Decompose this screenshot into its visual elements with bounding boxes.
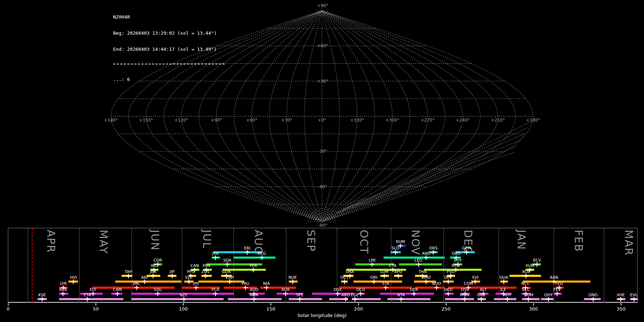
x-tick-label: 0 — [7, 306, 10, 312]
shower-peak-marker — [243, 286, 248, 290]
shower-bar-ARI — [115, 280, 181, 283]
shower-peak-marker — [555, 292, 560, 296]
shower-bar-SPE — [289, 298, 322, 300]
shower-label-NTA: NTA — [397, 293, 405, 297]
shower-label-EHY: EHY — [454, 258, 462, 263]
x-tick-label: 350 — [616, 306, 625, 312]
shower-peak-marker — [434, 286, 439, 290]
shower-label-XVI: XVI — [472, 275, 478, 280]
longitude-label: +180° — [104, 118, 118, 123]
shower-label-TAH: TAH — [125, 270, 132, 274]
shower-label-DPC: DPC — [444, 275, 452, 280]
shower-bar-NOO — [415, 287, 445, 289]
shower-label-XHE: XHE — [617, 293, 625, 297]
shower-label-FED: FED — [555, 282, 563, 286]
shower-label-DAD: DAD — [452, 252, 460, 256]
shower-peak-marker — [446, 279, 450, 284]
shower-label-THA: THA — [419, 270, 427, 274]
shower-label-RPU: RPU — [394, 270, 402, 274]
x-tick — [96, 303, 96, 306]
shower-peak-marker — [203, 274, 208, 278]
shower-label-LUM: LUM — [380, 270, 389, 274]
shower-peak-marker — [523, 274, 528, 278]
shower-label-AHY: AHY — [503, 293, 512, 297]
longitude-label: +270° — [421, 118, 435, 123]
shower-label-SPE: SPE — [296, 293, 304, 297]
sky-map: +180°+150°+120°+90°+60°+30°+0°+330°+300°… — [0, 0, 644, 229]
shower-label-GDR: GDR — [222, 270, 231, 274]
shower-bar-OER — [380, 293, 434, 295]
shower-bar-ETA — [59, 298, 123, 300]
shower-peak-marker — [535, 262, 539, 267]
shower-label-SCC: SCC — [522, 288, 530, 292]
shower-label-ZCS: ZCS — [201, 270, 209, 274]
shower-peak-marker — [370, 262, 374, 267]
shower-label-COR: COR — [153, 258, 162, 263]
month-gridline — [233, 228, 234, 303]
x-tick-label: 300 — [529, 306, 538, 312]
shower-bar-NTA — [387, 298, 430, 300]
shower-label-ECV: ECV — [533, 258, 541, 263]
shower-label-SDA: SDA — [223, 258, 231, 263]
shower-peak-marker — [424, 255, 429, 260]
latitude-label: -90° — [318, 223, 327, 228]
shower-peak-marker — [546, 297, 551, 302]
month-label: MAY — [97, 230, 110, 254]
shower-label-KCG: KCG — [258, 252, 266, 256]
shower-bar-JMC — [92, 287, 175, 289]
month-gridline — [498, 228, 499, 303]
shower-label-PAU: PAU — [241, 282, 249, 286]
x-tick — [183, 303, 184, 306]
shower-label-XUM: XUM — [525, 264, 534, 268]
shower-bar-AND — [384, 257, 445, 259]
shower-peak-marker — [194, 286, 199, 290]
month-gridline — [79, 228, 80, 303]
shower-label-ETA: ETA — [84, 293, 91, 297]
shower-bar-ORI — [353, 280, 402, 283]
shower-label-LEO: LEO — [415, 258, 423, 263]
longitude-label: +330° — [350, 118, 364, 123]
shower-label-NIA: NIA — [263, 282, 270, 286]
shower-label-NDA: NDA — [250, 293, 258, 297]
latitude-label: -30° — [318, 149, 327, 154]
month-gridline — [182, 228, 182, 303]
month-label: JAN — [515, 230, 528, 250]
shower-peak-marker — [115, 292, 119, 296]
x-tick — [621, 303, 621, 306]
shower-peak-marker — [396, 274, 400, 278]
shower-label-ELY: ELY — [90, 288, 96, 292]
shower-peak-marker — [371, 279, 376, 284]
shower-peak-marker — [260, 255, 264, 260]
month-gridline — [28, 228, 28, 303]
longitude-label: +60° — [246, 118, 257, 123]
shower-label-DRA: DRA — [346, 270, 354, 274]
shower-bar-STA — [339, 287, 412, 289]
shower-peak-marker — [181, 297, 186, 302]
x-tick-label: 100 — [179, 306, 188, 312]
shower-label-QHY: QHY — [544, 293, 553, 297]
latitude-label: +90° — [317, 3, 328, 8]
shower-label-CTA: CTA — [389, 264, 396, 268]
latitude-label: +60° — [317, 43, 328, 48]
shower-peak-marker — [502, 279, 506, 284]
shower-peak-marker — [155, 292, 160, 296]
month-gridline — [604, 228, 604, 303]
shower-peak-marker — [353, 297, 357, 302]
shower-peak-marker — [505, 297, 509, 302]
shower-label-FAN: FAN — [203, 264, 210, 268]
x-tick-label: 250 — [441, 306, 450, 312]
shower-peak-marker — [290, 279, 295, 284]
shower-label-FEV: FEV — [553, 288, 561, 292]
month-label: NOV — [409, 230, 422, 255]
shower-peak-marker — [251, 268, 256, 272]
shower-label-LMI: LMI — [369, 258, 376, 263]
shower-peak-marker — [283, 292, 288, 296]
shower-peak-marker — [591, 297, 595, 302]
month-label: OCT — [358, 230, 370, 254]
shower-label-AAN: AAN — [550, 275, 558, 280]
shower-label-SSG: SSG — [154, 288, 162, 292]
meteor-count-line: ...: 6 — [113, 77, 225, 82]
shower-peak-marker — [393, 250, 398, 255]
month-label: MAR — [623, 230, 635, 256]
shower-peak-marker — [618, 297, 623, 302]
